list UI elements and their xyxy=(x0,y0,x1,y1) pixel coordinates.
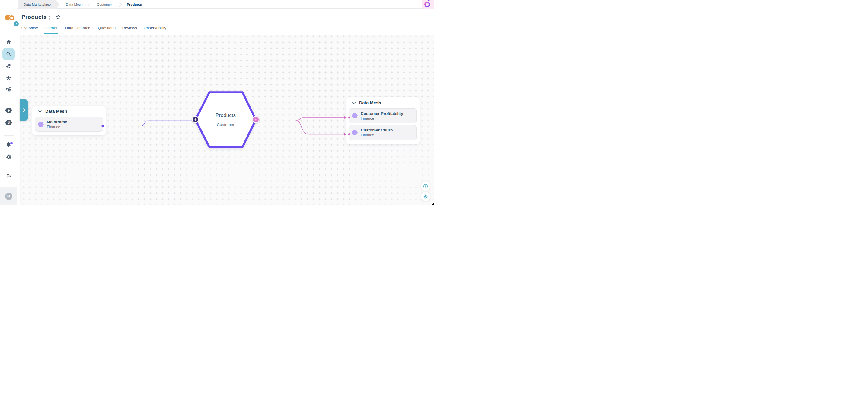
sidebar-item-search[interactable] xyxy=(2,48,15,60)
search-icon xyxy=(6,51,11,57)
gear-icon xyxy=(6,154,11,160)
sidebar: + B M xyxy=(0,0,17,205)
add-upstream-button[interactable]: + xyxy=(192,116,199,123)
sidebar-item-notifications[interactable] xyxy=(0,141,17,147)
lineage-node-mainframe[interactable]: Mainframe Finance xyxy=(35,117,103,132)
tab-lineage[interactable]: Lineage xyxy=(44,26,58,34)
bubbles-icon xyxy=(6,63,11,69)
tab-overview[interactable]: Overview xyxy=(22,26,38,34)
breadcrumb-item-data-marketplace[interactable]: Data Marketplace xyxy=(18,0,59,9)
chevron-right-icon xyxy=(15,23,18,25)
divider xyxy=(0,24,14,24)
hub-network-icon xyxy=(6,75,12,81)
page-header: Products Overview Lineage Data Contracts… xyxy=(17,9,434,35)
sidebar-item-lineage[interactable] xyxy=(0,87,17,93)
sidebar-item-logout[interactable] xyxy=(0,173,17,179)
more-options-button[interactable] xyxy=(48,15,52,21)
home-icon xyxy=(6,39,11,45)
downstream-group-card: Data Mesh Customer Profitability Finance… xyxy=(346,97,420,144)
lineage-node-customer-profitability[interactable]: Customer Profitability Finance xyxy=(349,108,417,123)
logo-ring-icon xyxy=(9,15,14,21)
add-downstream-button[interactable]: + xyxy=(252,116,259,123)
data-product-hexagon-icon xyxy=(351,130,358,135)
divider xyxy=(4,135,13,136)
data-product-hexagon-icon xyxy=(351,113,358,118)
breadcrumb-item-products: Products xyxy=(127,0,142,9)
breadcrumb-separator-icon xyxy=(85,2,90,7)
collapsed-left-panel xyxy=(17,35,20,205)
hexagon-plus-icon: + xyxy=(5,108,12,113)
sparkle-icon: ✦ xyxy=(430,0,431,1)
sidebar-item-business-glossary[interactable]: B xyxy=(0,120,17,125)
node-title: Products xyxy=(195,112,256,118)
ai-assistant-button[interactable]: ✦ ✦ xyxy=(422,0,434,9)
avatar-section: M xyxy=(0,187,17,205)
sidebar-expand-toggle[interactable] xyxy=(14,22,19,26)
ai-assistant-icon xyxy=(424,1,430,7)
logout-icon xyxy=(6,173,11,179)
canvas-locate-button[interactable] xyxy=(421,192,430,201)
group-title: Data Mesh xyxy=(45,109,67,114)
sidebar-item-home[interactable] xyxy=(0,39,17,45)
chevron-right-icon xyxy=(22,108,26,112)
node-name: Mainframe xyxy=(47,120,67,124)
node-name: Customer Profitability xyxy=(361,111,403,116)
star-icon xyxy=(55,14,61,20)
page-title: Products xyxy=(22,14,47,21)
app-logo[interactable] xyxy=(0,6,17,18)
tab-questions[interactable]: Questions xyxy=(98,26,116,34)
sidebar-item-add-data-product[interactable]: + xyxy=(0,108,17,113)
favorite-star-button[interactable] xyxy=(55,14,61,21)
chevron-down-icon xyxy=(38,110,42,112)
divider xyxy=(4,102,13,103)
central-node-products[interactable]: Products Customer xyxy=(195,112,256,127)
tab-bar: Overview Lineage Data Contracts Question… xyxy=(22,26,166,34)
tab-reviews[interactable]: Reviews xyxy=(122,26,137,34)
node-domain: Finance xyxy=(361,116,403,121)
hexagon-b-icon: B xyxy=(5,120,12,125)
info-icon xyxy=(423,184,428,189)
breadcrumb-item-customer[interactable]: Customer xyxy=(97,0,112,9)
tab-data-contracts[interactable]: Data Contracts xyxy=(65,26,91,34)
sidebar-item-network[interactable] xyxy=(0,75,17,81)
avatar[interactable]: M xyxy=(5,193,12,200)
breadcrumb: Data Marketplace Data Mesh Customer Prod… xyxy=(17,0,434,9)
crosshair-locate-icon xyxy=(423,194,428,199)
notification-badge xyxy=(10,142,13,144)
breadcrumb-item-data-mesh[interactable]: Data Mesh xyxy=(66,0,83,9)
data-product-hexagon-icon xyxy=(38,122,44,127)
group-title: Data Mesh xyxy=(359,100,381,105)
upstream-group-card: Data Mesh Mainframe Finance xyxy=(32,106,105,135)
chevron-down-icon xyxy=(352,102,355,104)
group-header[interactable]: Data Mesh xyxy=(349,97,417,108)
canvas-info-button[interactable] xyxy=(421,182,430,191)
node-domain: Finance xyxy=(47,125,67,129)
node-domain: Finance xyxy=(361,133,393,137)
lineage-node-customer-churn[interactable]: Customer Churn Finance xyxy=(349,125,417,140)
tab-observability[interactable]: Observability xyxy=(144,26,166,34)
lineage-canvas[interactable]: Data Mesh Mainframe Finance Products Cus… xyxy=(17,35,434,205)
hierarchy-icon xyxy=(6,87,11,93)
app-window: + B M Data Marketp xyxy=(0,0,434,205)
breadcrumb-separator-icon xyxy=(117,2,122,7)
node-name: Customer Churn xyxy=(361,128,393,132)
logout-section xyxy=(0,169,17,187)
node-subtitle: Customer xyxy=(195,123,256,127)
sparkle-icon: ✦ xyxy=(428,0,430,2)
sidebar-item-settings[interactable] xyxy=(0,154,17,160)
group-header[interactable]: Data Mesh xyxy=(35,106,103,117)
sidebar-item-domains[interactable] xyxy=(0,63,17,69)
panel-expand-toggle[interactable] xyxy=(20,100,28,121)
